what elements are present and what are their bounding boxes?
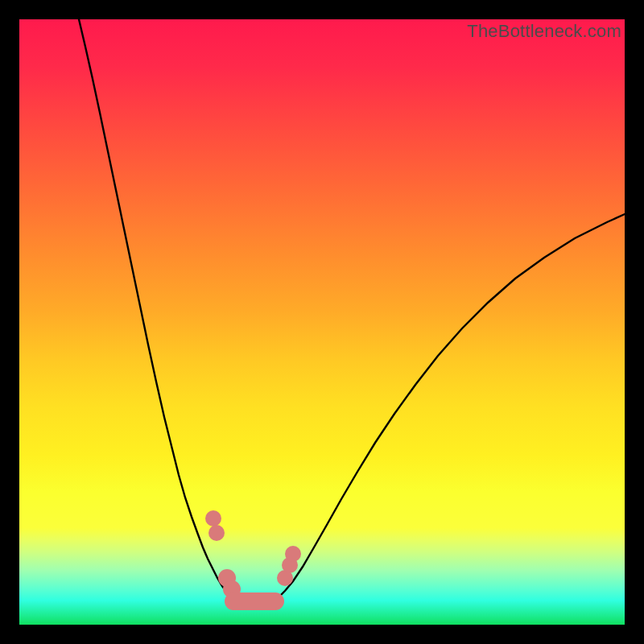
data-marker [208,525,225,541]
marker-group-right [277,546,301,586]
marker-group-left [205,510,241,598]
curve-right [264,214,625,603]
curve-overlay [19,19,625,625]
data-marker [205,510,221,526]
watermark-text: TheBottleneck.com [467,21,621,42]
curve-left [79,19,246,603]
chart-frame: TheBottleneck.com [0,0,644,644]
data-marker [285,546,301,562]
